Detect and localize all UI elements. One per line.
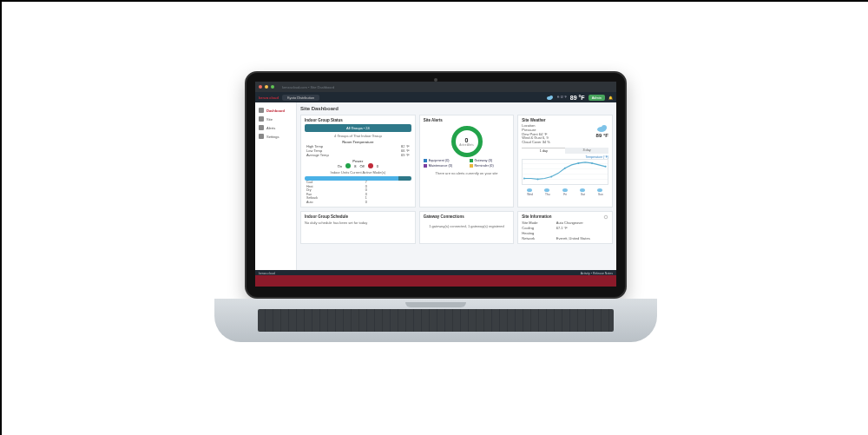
card-gateway: Gateway Connections 1 gateway(s) connect…: [419, 211, 515, 244]
temperature-chart[interactable]: [522, 159, 608, 185]
app-header: kenza cloud Kyoto Distribution H: 92 °F …: [255, 92, 616, 102]
page-title: Site Dashboard: [300, 106, 613, 111]
alerts-sublabel: Active Alerts: [459, 143, 474, 147]
sidebar-item-label: Dashboard: [266, 109, 285, 113]
alerts-legend: Equipment (0) Gateway (0) Maintenance (0…: [424, 159, 510, 168]
weather-cloud-icon: [546, 95, 554, 100]
gear-icon: [259, 134, 264, 139]
minimize-icon[interactable]: [265, 85, 268, 89]
status-group-pill[interactable]: All Groups • 24: [305, 124, 411, 132]
brand-logo[interactable]: kenza cloud: [259, 96, 279, 100]
alerts-icon: [259, 125, 264, 130]
card-weather: Site Weather Location Pressure Dew Point…: [517, 115, 613, 208]
url-bar[interactable]: kenzacloud.com • Site Dashboard: [282, 85, 334, 89]
bell-icon[interactable]: 🔔: [608, 96, 613, 100]
legend-swatch: [424, 159, 427, 162]
sidebar-item-alerts[interactable]: Alerts: [258, 123, 293, 132]
sidebar-item-label: Site: [266, 117, 273, 122]
legend-swatch: [424, 164, 427, 168]
svg-point-15: [597, 188, 602, 192]
svg-point-3: [602, 125, 607, 130]
power-summary: On 8 Off 0: [305, 163, 411, 168]
weather-current: Location Pressure Dew Point 64 °F Wind &…: [522, 124, 608, 145]
legend-swatch: [470, 159, 473, 162]
power-on-chip: [345, 163, 351, 168]
mode-table: Cool7 Heat0 Dry0 Fan0 Setback1 Auto0: [305, 181, 411, 204]
site-icon: [259, 116, 264, 122]
svg-point-8: [578, 162, 580, 164]
card-schedule: Indoor Group Schedule No daily schedule …: [300, 211, 416, 244]
svg-point-16: [604, 215, 608, 219]
admin-badge[interactable]: Admin: [589, 95, 605, 101]
mode-label: Indoor Units Current Active Mode(s): [305, 170, 411, 175]
cloud-icon: [596, 124, 608, 132]
dashboard-icon: [259, 108, 264, 113]
card-title: Site Weather: [522, 118, 608, 122]
card-title: Site Information: [522, 214, 608, 219]
forecast-day: Sat: [575, 187, 590, 196]
top-hi: H: 92 °F: [557, 96, 567, 99]
legend-swatch: [470, 164, 473, 168]
browser-chrome: kenzacloud.com • Site Dashboard: [255, 82, 616, 92]
card-title: Site Alerts: [424, 118, 510, 122]
svg-point-12: [544, 188, 549, 192]
svg-point-9: [591, 162, 593, 164]
alerts-count: 0: [465, 137, 469, 143]
svg-point-14: [580, 188, 585, 192]
top-temp: 89 °F: [570, 95, 585, 101]
card-title: Indoor Group Status: [305, 118, 411, 122]
page-body: Site Dashboard Indoor Group Status All G…: [297, 102, 616, 287]
forecast-day: Sun: [593, 187, 608, 196]
svg-point-1: [549, 96, 553, 99]
sidebar: Dashboard Site Alerts Settings: [255, 102, 297, 287]
close-icon[interactable]: [259, 85, 262, 89]
sidebar-item-label: Alerts: [266, 126, 275, 130]
sidebar-item-dashboard[interactable]: Dashboard: [258, 106, 293, 115]
tab-3day[interactable]: 3 day: [565, 148, 608, 154]
card-title: Indoor Group Schedule: [305, 214, 411, 219]
forecast-day: Fri: [557, 187, 573, 196]
weather-temp: 89 °F: [596, 133, 608, 138]
forecast-strip: Wed Thu Fri Sat Sun: [522, 187, 608, 196]
card-site-info: Site Information Site ModeAuto Changeove…: [517, 211, 613, 244]
site-info-table: Site ModeAuto Changeover Cooling67.1 °F …: [522, 221, 608, 241]
svg-point-7: [564, 168, 566, 169]
svg-point-6: [551, 176, 553, 178]
schedule-note: No daily schedule has been set for today: [305, 221, 411, 225]
tab-1day[interactable]: 1 day: [522, 148, 565, 154]
svg-point-11: [527, 188, 532, 192]
sidebar-item-site[interactable]: Site: [258, 115, 293, 123]
svg-point-5: [537, 178, 539, 180]
card-alerts: Site Alerts 0 Active Alerts Equipment (0…: [419, 115, 515, 208]
sidebar-item-label: Settings: [266, 135, 279, 139]
maximize-icon[interactable]: [271, 85, 274, 89]
svg-point-10: [605, 166, 607, 168]
status-note: 4 Groups of That Indoor Group: [305, 134, 411, 138]
alerts-footnote: There are no alerts currently on your si…: [424, 171, 510, 175]
forecast-day: Wed: [522, 187, 537, 196]
status-row: Average Temp69 °F: [305, 153, 411, 157]
svg-point-4: [523, 177, 525, 179]
keyboard: [258, 309, 614, 332]
footer-red: [255, 275, 616, 287]
svg-point-13: [562, 188, 568, 192]
weather-tabs: 1 day 3 day: [522, 148, 608, 154]
sidebar-item-settings[interactable]: Settings: [258, 132, 293, 141]
alerts-donut[interactable]: 0 Active Alerts: [451, 126, 483, 157]
trackpad-notch: [405, 302, 466, 307]
gear-icon[interactable]: [603, 214, 608, 220]
card-indoor-status: Indoor Group Status All Groups • 24 4 Gr…: [300, 115, 416, 208]
card-title: Gateway Connections: [424, 214, 510, 219]
site-selector[interactable]: Kyoto Distribution: [282, 95, 319, 101]
power-off-chip: [368, 163, 373, 168]
forecast-day: Thu: [540, 187, 556, 196]
gateway-note: 1 gateway(s) connected, 1 gateway(s) reg…: [424, 224, 510, 228]
